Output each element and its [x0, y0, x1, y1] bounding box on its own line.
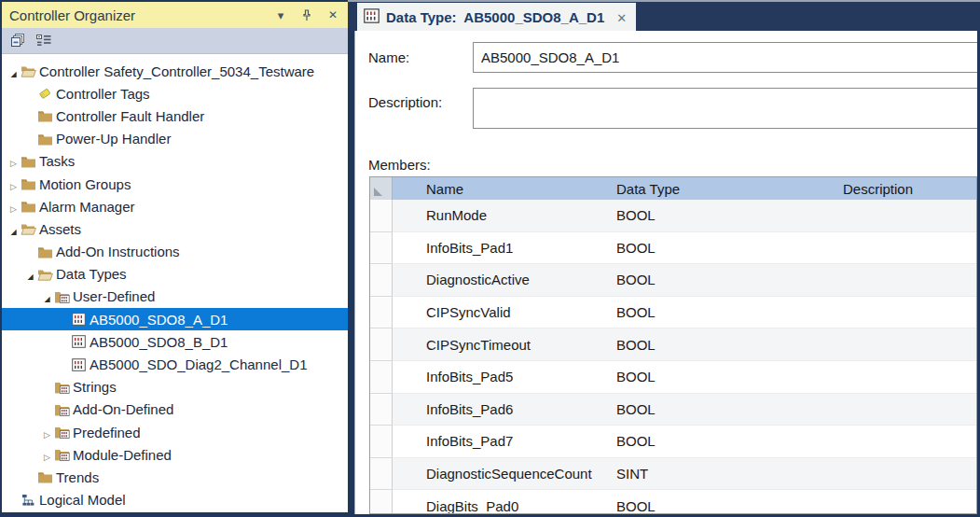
row-selector[interactable]	[370, 297, 393, 329]
member-row: InfoBits_Pad7BOOL	[370, 426, 976, 458]
tree-item[interactable]: Alarm Manager	[2, 195, 348, 217]
folder-icon	[36, 245, 53, 258]
tree-item[interactable]: Module-Defined	[2, 443, 348, 466]
member-type-cell[interactable]: BOOL	[616, 490, 843, 514]
row-selector[interactable]	[370, 394, 393, 426]
folder-binary-icon	[53, 381, 70, 394]
member-name-cell[interactable]: InfoBits_Pad6	[393, 394, 616, 426]
member-name-cell[interactable]: CIPSyncTimeout	[393, 328, 616, 361]
expand-arrow-icon[interactable]	[41, 426, 53, 440]
tree-item[interactable]: Tasks	[2, 150, 348, 173]
name-input[interactable]	[473, 42, 977, 73]
expand-arrow-icon[interactable]	[7, 154, 20, 168]
tree-item[interactable]: Trends	[2, 466, 348, 488]
tree-item-label: Strings	[73, 379, 117, 395]
expand-arrow-icon[interactable]	[24, 267, 36, 281]
tree-item[interactable]: Motion Groups	[2, 173, 348, 195]
row-selector[interactable]	[370, 426, 393, 458]
binary-icon	[70, 335, 87, 348]
tree-item[interactable]: Controller Tags	[2, 82, 348, 105]
expand-arrow-icon[interactable]	[7, 222, 20, 236]
member-description-cell[interactable]	[843, 361, 976, 394]
folder-icon	[36, 470, 53, 483]
member-name-cell[interactable]: InfoBits_Pad7	[393, 426, 616, 458]
row-selector[interactable]	[370, 490, 393, 514]
expand-arrow-icon[interactable]	[7, 64, 20, 78]
member-name-cell[interactable]: RunMode	[393, 200, 616, 232]
binary-icon	[70, 313, 87, 326]
tree-item[interactable]: AB5000_SDO_Diag2_Channel_D1	[2, 353, 348, 375]
member-type-cell[interactable]: BOOL	[616, 426, 843, 458]
member-type-cell[interactable]: BOOL	[616, 328, 843, 361]
tree-item-label: Motion Groups	[39, 176, 131, 192]
folder-icon	[20, 155, 36, 168]
member-name-cell[interactable]: DiagnosticActive	[393, 264, 616, 297]
tab-data-type[interactable]: Data Type: AB5000_SDO8_A_D1	[357, 3, 636, 31]
panel-title: Controller Organizer	[9, 7, 135, 23]
member-description-cell[interactable]	[843, 297, 976, 329]
tree-item[interactable]: Controller Fault Handler	[2, 105, 348, 127]
tree-item[interactable]: Predefined	[2, 421, 348, 443]
pin-icon[interactable]	[299, 7, 314, 22]
member-name-cell[interactable]: CIPSyncValid	[393, 297, 616, 329]
member-name-cell[interactable]: DiagBits_Pad0	[393, 490, 616, 514]
members-label: Members:	[368, 157, 431, 173]
row-selector[interactable]	[370, 232, 393, 265]
close-icon[interactable]	[325, 7, 340, 22]
member-type-cell[interactable]: SINT	[616, 458, 843, 491]
tree-item[interactable]: Add-On Instructions	[2, 241, 348, 263]
member-name-cell[interactable]: DiagnosticSequenceCount	[393, 458, 616, 491]
member-description-cell[interactable]	[843, 394, 976, 426]
member-description-cell[interactable]	[843, 232, 976, 265]
tree-item[interactable]: Data Types	[2, 263, 348, 286]
tree-item[interactable]: Add-On-Defined	[2, 398, 348, 421]
tree-item-label: Assets	[39, 221, 81, 237]
member-name-cell[interactable]: InfoBits_Pad1	[393, 232, 616, 265]
dropdown-icon[interactable]	[273, 7, 288, 22]
member-row: RunModeBOOL	[370, 200, 976, 232]
column-header-data-type[interactable]: Data Type	[616, 177, 843, 200]
tree-item[interactable]: Strings	[2, 376, 348, 398]
app-window: Controller Organizer Controller Safety_C…	[0, 0, 980, 517]
tab-strip: Data Type: AB5000_SDO8_A_D1	[348, 0, 980, 31]
column-header-description[interactable]: Description	[843, 177, 976, 200]
tree-item[interactable]: User-Defined	[2, 286, 348, 308]
member-row: DiagnosticActiveBOOL	[370, 264, 976, 297]
collapse-all-button[interactable]	[7, 32, 27, 49]
close-tab-icon[interactable]	[616, 9, 627, 25]
tree-item[interactable]: AB5000_SDO8_A_D1	[2, 308, 348, 330]
display-options-button[interactable]	[35, 32, 54, 49]
row-selector[interactable]	[370, 200, 393, 232]
member-row: InfoBits_Pad1BOOL	[370, 232, 976, 265]
member-type-cell[interactable]: BOOL	[616, 232, 843, 265]
tree-item[interactable]: AB5000_SDO8_B_D1	[2, 330, 348, 353]
member-description-cell[interactable]	[843, 458, 976, 491]
member-type-cell[interactable]: BOOL	[616, 361, 843, 394]
row-selector[interactable]	[370, 458, 393, 491]
tree-item[interactable]: Assets	[2, 217, 348, 240]
expand-arrow-icon[interactable]	[41, 448, 53, 462]
member-type-cell[interactable]: BOOL	[616, 264, 843, 297]
member-type-cell[interactable]: BOOL	[616, 394, 843, 426]
row-selector[interactable]	[370, 264, 393, 297]
tree-item[interactable]: Power-Up Handler	[2, 128, 348, 150]
row-selector[interactable]	[370, 328, 393, 361]
expand-arrow-icon[interactable]	[7, 177, 20, 191]
member-description-cell[interactable]	[843, 426, 976, 458]
folder-icon	[20, 177, 36, 190]
member-type-cell[interactable]: BOOL	[616, 297, 843, 329]
member-description-cell[interactable]	[843, 264, 976, 297]
tree-item[interactable]: Controller Safety_Controller_5034_Testwa…	[2, 60, 348, 82]
description-input[interactable]	[473, 88, 977, 129]
expand-arrow-icon[interactable]	[41, 289, 53, 303]
column-header-name[interactable]: Name	[393, 177, 616, 200]
tree-item[interactable]: Logical Model	[2, 489, 348, 511]
member-type-cell[interactable]: BOOL	[616, 200, 843, 232]
member-name-cell[interactable]: InfoBits_Pad5	[393, 361, 616, 394]
member-description-cell[interactable]	[843, 490, 976, 514]
expand-arrow-icon[interactable]	[7, 200, 20, 214]
member-description-cell[interactable]	[843, 328, 976, 361]
grid-corner-cell[interactable]	[370, 177, 393, 200]
member-description-cell[interactable]	[843, 200, 976, 232]
row-selector[interactable]	[370, 361, 393, 394]
